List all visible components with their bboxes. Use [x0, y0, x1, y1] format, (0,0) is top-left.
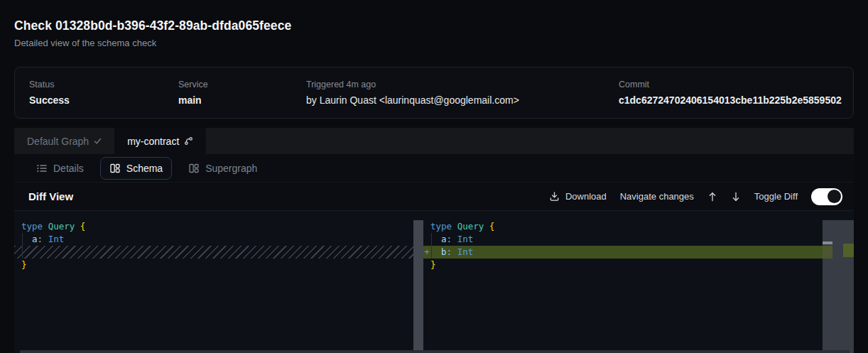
subtab-schema[interactable]: Schema	[100, 157, 172, 180]
subtab-supergraph-label: Supergraph	[205, 163, 257, 174]
subtab-schema-label: Schema	[126, 163, 163, 174]
fork-icon	[184, 136, 193, 146]
toggle-diff-switch[interactable]	[811, 188, 842, 205]
indent-guide	[22, 233, 23, 259]
added-change-overview-marker	[843, 244, 854, 257]
subtab-details-label: Details	[53, 163, 84, 174]
service-label: Service	[178, 80, 306, 89]
triggered-label: Triggered 4m ago	[306, 80, 619, 89]
page-subtitle: Detailed view of the schema check	[14, 38, 854, 48]
download-button-label: Download	[565, 191, 607, 202]
status-field: Status Success	[29, 80, 178, 106]
diff-placeholder-row	[14, 246, 413, 259]
status-value: Success	[29, 94, 178, 106]
next-change-button[interactable]	[731, 191, 741, 202]
diff-toolbar: Download Navigate changes	[549, 188, 842, 205]
schema-diff-editor: type Query { a: Int} + type Query { a: I…	[14, 211, 854, 353]
commit-field: Commit c1dc62724702406154013cbe11b225b2e…	[619, 80, 842, 106]
code-line: }	[21, 259, 413, 271]
view-subtabs: Details Schema Supergraph	[14, 154, 854, 183]
graph-tabstrip: Default Graph my-contract	[14, 128, 854, 154]
code-line: a: Int	[430, 233, 823, 246]
triggered-value: by Laurin Quast <laurinquast@googlemail.…	[306, 94, 619, 106]
diff-added-plus-sign: +	[424, 246, 437, 259]
subtab-supergraph[interactable]: Supergraph	[179, 157, 266, 180]
schema-check-page: Check 01328b0d-b396-43f2-89ab-dfda065fee…	[0, 0, 868, 353]
tab-my-contract[interactable]: my-contract	[114, 128, 206, 154]
navigate-changes-label: Navigate changes	[620, 191, 694, 202]
tab-my-contract-label: my-contract	[127, 136, 179, 147]
check-icon	[94, 137, 102, 145]
download-icon	[549, 191, 560, 202]
added-line-scroll-tint	[823, 246, 832, 259]
arrow-up-icon	[707, 191, 717, 202]
arrow-down-icon	[731, 191, 741, 202]
page-title: Check 01328b0d-b396-43f2-89ab-dfda065fee…	[14, 18, 854, 33]
service-value: main	[178, 94, 306, 106]
diff-pane-before[interactable]: type Query { a: Int}	[14, 211, 413, 353]
tab-default-graph-label: Default Graph	[27, 136, 89, 147]
tab-default-graph[interactable]: Default Graph	[14, 128, 114, 154]
code-after: type Query { a: Int b: Int}	[423, 211, 823, 271]
triggered-field: Triggered 4m ago by Laurin Quast <laurin…	[306, 80, 619, 106]
code-line: type Query {	[430, 220, 823, 233]
commit-label: Commit	[619, 80, 842, 89]
columns-icon	[109, 163, 121, 174]
diff-added-line: b: Int	[423, 246, 823, 259]
toggle-diff-knob	[828, 190, 841, 203]
list-icon	[36, 163, 48, 174]
diff-view-header: Diff View Download Navigate changes	[14, 183, 854, 211]
subtab-details[interactable]: Details	[27, 157, 93, 180]
previous-change-button[interactable]	[707, 191, 717, 202]
code-before: type Query { a: Int}	[14, 211, 413, 271]
left-pane-scrollbar[interactable]	[413, 220, 423, 353]
page-header: Check 01328b0d-b396-43f2-89ab-dfda065fee…	[0, 0, 868, 48]
download-button[interactable]: Download	[549, 191, 607, 202]
check-meta-card: Status Success Service main Triggered 4m…	[14, 67, 854, 119]
diff-pane-after[interactable]: type Query { a: Int b: Int}	[423, 211, 823, 353]
right-pane-scroll-area[interactable]	[823, 220, 854, 353]
check-detail-panel: Default Graph my-contract	[14, 128, 854, 353]
horizontal-scrollbar[interactable]	[20, 350, 850, 353]
status-label: Status	[29, 80, 178, 89]
commit-value: c1dc62724702406154013cbe11b225b2e5859502	[619, 94, 842, 106]
columns-icon	[188, 163, 200, 174]
service-field: Service main	[178, 80, 306, 106]
code-line: type Query {	[21, 220, 413, 233]
code-line: }	[430, 259, 823, 271]
toggle-diff-label: Toggle Diff	[754, 191, 798, 202]
diff-view-title: Diff View	[28, 190, 73, 202]
code-line: a: Int	[21, 233, 413, 246]
scrollbar-thumb[interactable]	[823, 241, 832, 244]
